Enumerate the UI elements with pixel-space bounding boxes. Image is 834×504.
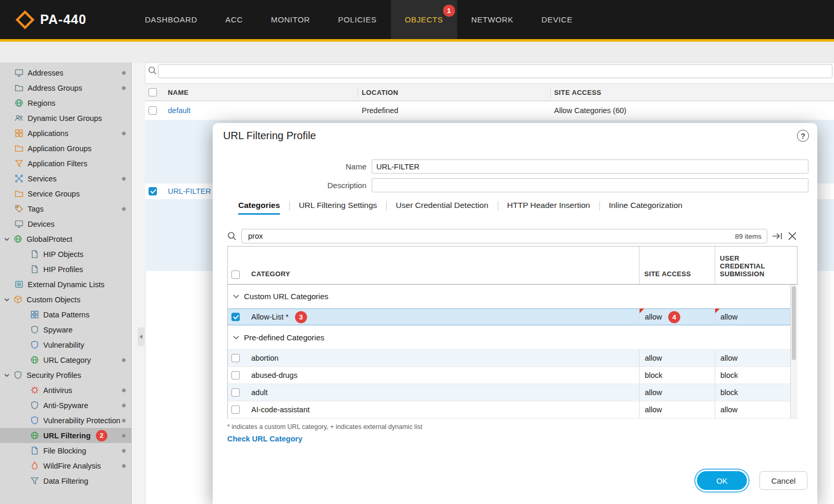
sidebar-item[interactable]: Devices: [0, 216, 131, 231]
step-badge: 3: [295, 311, 307, 323]
sidebar-item[interactable]: URL Filtering 2: [0, 428, 131, 443]
sidebar-item[interactable]: HIP Profiles: [0, 262, 131, 277]
chevron-down-icon[interactable]: [233, 336, 239, 339]
sidebar-item[interactable]: Custom Objects: [0, 292, 131, 307]
profiles-search-input[interactable]: [158, 64, 832, 78]
sidebar-item[interactable]: Data Filtering: [0, 473, 131, 488]
sidebar-item[interactable]: Applications: [0, 126, 131, 141]
sidebar-item[interactable]: Vulnerability: [0, 337, 131, 352]
sidebar-item[interactable]: Data Patterns: [0, 307, 131, 322]
profile-name-link[interactable]: default: [168, 106, 191, 115]
description-input[interactable]: [372, 178, 808, 192]
sidebar-item[interactable]: Anti-Spyware: [0, 398, 131, 413]
select-all-checkbox[interactable]: [231, 271, 240, 279]
sidebar-item[interactable]: External Dynamic Lists: [0, 277, 131, 292]
chevron-down-icon[interactable]: [4, 238, 9, 241]
category-search-input[interactable]: [247, 231, 735, 241]
user-credential-cell[interactable]: block: [715, 367, 790, 384]
dialog-tab[interactable]: Inline Categorization: [599, 197, 692, 215]
nav-tab[interactable]: DEVICE: [528, 0, 586, 39]
nav-tab[interactable]: POLICIES: [324, 0, 391, 39]
chevron-down-icon[interactable]: [233, 294, 239, 298]
category-group-label: Custom URL Categories: [244, 292, 328, 301]
category-row[interactable]: AI-code-assistant allow allow: [228, 401, 797, 419]
chevron-down-icon[interactable]: [4, 374, 9, 377]
clear-filter-icon[interactable]: [787, 232, 798, 240]
user-credential-cell[interactable]: block: [715, 384, 790, 401]
scrollbar-thumb[interactable]: [792, 286, 796, 360]
dialog-tab[interactable]: User Credential Detection: [386, 197, 497, 215]
site-access-cell[interactable]: allow: [639, 384, 715, 401]
chevron-down-icon[interactable]: [4, 298, 9, 301]
sidebar-item[interactable]: Antivirus: [0, 383, 131, 398]
ok-button[interactable]: OK: [697, 471, 747, 490]
globalprotect-icon: [14, 235, 22, 243]
dynamic-user-groups-icon: [15, 114, 23, 122]
sidebar-item[interactable]: Spyware: [0, 322, 131, 337]
cancel-button[interactable]: Cancel: [759, 471, 807, 490]
sidebar-item[interactable]: Address Groups: [0, 80, 131, 95]
category-row[interactable]: Allow-List * 3 allow 4 allow: [228, 309, 797, 326]
category-row[interactable]: Custom URL Categories: [228, 285, 797, 309]
name-input[interactable]: [372, 159, 808, 174]
site-access-cell[interactable]: allow 4: [639, 309, 715, 325]
site-access-cell[interactable]: allow: [639, 401, 715, 418]
sidebar-item[interactable]: Services: [0, 171, 131, 186]
sidebar-item[interactable]: Addresses: [0, 65, 131, 80]
sidebar-item[interactable]: Security Profiles: [0, 367, 131, 383]
sidebar-item[interactable]: Regions: [0, 95, 131, 110]
sidebar-item[interactable]: HIP Objects: [0, 247, 131, 262]
sidebar-item[interactable]: Dynamic User Groups: [0, 110, 131, 126]
nav-tab[interactable]: DASHBOARD: [131, 0, 211, 39]
sidebar-item[interactable]: File Blocking: [0, 443, 131, 458]
sidebar-item[interactable]: Service Groups: [0, 186, 131, 201]
sidebar-item[interactable]: URL Category: [0, 352, 131, 367]
category-row[interactable]: abused-drugs block block: [228, 367, 797, 384]
row-checkbox[interactable]: [149, 187, 157, 195]
user-credential-cell[interactable]: allow: [715, 401, 790, 418]
user-credential-cell[interactable]: allow: [715, 309, 790, 325]
table-scrollbar[interactable]: [790, 285, 798, 418]
sidebar-item[interactable]: Application Groups: [0, 141, 131, 156]
category-row[interactable]: abortion allow allow: [228, 350, 797, 367]
sidebar-item[interactable]: WildFire Analysis: [0, 458, 131, 473]
row-checkbox[interactable]: [231, 354, 240, 362]
select-all-checkbox[interactable]: [149, 88, 157, 96]
sidebar-item-label: HIP Profiles: [43, 265, 83, 274]
check-url-category-link[interactable]: Check URL Category: [227, 435, 302, 443]
row-checkbox[interactable]: [231, 388, 240, 397]
site-access-cell[interactable]: block: [639, 367, 715, 384]
sidebar-item[interactable]: GlobalProtect: [0, 231, 131, 247]
nav-tab-label: POLICIES: [338, 15, 377, 24]
nav-tab-label: OBJECTS: [405, 15, 443, 24]
category-name: Allow-List * 3: [251, 309, 307, 325]
category-group-label: Pre-defined Categories: [244, 333, 324, 342]
row-checkbox[interactable]: [231, 371, 240, 379]
category-row[interactable]: Pre-defined Categories: [228, 326, 797, 350]
table-row[interactable]: default Predefined Allow Categories (60): [145, 101, 834, 120]
site-access-cell[interactable]: allow: [639, 350, 715, 366]
nav-tab[interactable]: ACC: [211, 0, 256, 39]
dialog-tab[interactable]: URL Filtering Settings: [289, 197, 386, 215]
category-name: adult: [251, 384, 267, 401]
dialog-tab[interactable]: Categories: [229, 197, 289, 215]
notification-badge: 1: [443, 5, 455, 17]
user-credential-cell[interactable]: allow: [715, 350, 790, 366]
sidebar-item[interactable]: Tags: [0, 201, 131, 216]
dialog-tab[interactable]: HTTP Header Insertion: [498, 197, 599, 215]
sidebar-item[interactable]: Application Filters: [0, 156, 131, 171]
row-checkbox[interactable]: [231, 313, 240, 321]
apply-filter-icon[interactable]: [772, 232, 782, 240]
column-header-location: LOCATION: [362, 89, 398, 96]
nav-tab[interactable]: NETWORK: [457, 0, 528, 39]
sidebar-collapse-handle[interactable]: [138, 327, 144, 346]
url-category-icon: [30, 355, 39, 364]
row-checkbox[interactable]: [231, 405, 240, 414]
help-icon[interactable]: ?: [797, 130, 809, 142]
row-checkbox[interactable]: [149, 106, 157, 115]
nav-tab[interactable]: OBJECTS 1: [391, 0, 457, 39]
nav-tab[interactable]: MONITOR: [257, 0, 324, 39]
profile-name-link[interactable]: URL-FILTER: [168, 187, 211, 195]
sidebar-item[interactable]: Vulnerability Protection: [0, 413, 131, 428]
category-row[interactable]: adult allow block: [228, 384, 797, 401]
